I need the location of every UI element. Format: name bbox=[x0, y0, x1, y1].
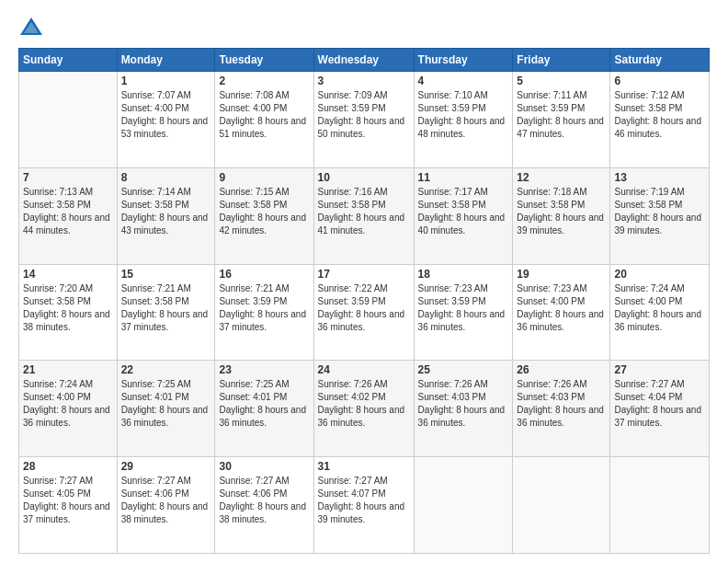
day-cell: 1Sunrise: 7:07 AMSunset: 4:00 PMDaylight… bbox=[117, 72, 215, 168]
header bbox=[18, 15, 710, 40]
day-cell: 3Sunrise: 7:09 AMSunset: 3:59 PMDaylight… bbox=[313, 72, 414, 168]
day-cell bbox=[19, 72, 118, 168]
day-number: 5 bbox=[517, 75, 606, 87]
week-row-2: 14Sunrise: 7:20 AMSunset: 3:58 PMDayligh… bbox=[19, 264, 710, 361]
day-info: Sunrise: 7:27 AMSunset: 4:04 PMDaylight:… bbox=[614, 378, 705, 430]
day-number: 8 bbox=[121, 171, 211, 184]
day-number: 10 bbox=[318, 171, 410, 184]
weekday-header-friday: Friday bbox=[513, 49, 610, 72]
day-info: Sunrise: 7:14 AMSunset: 3:58 PMDaylight:… bbox=[121, 186, 211, 237]
day-cell: 23Sunrise: 7:25 AMSunset: 4:01 PMDayligh… bbox=[215, 361, 313, 457]
weekday-header-sunday: Sunday bbox=[19, 49, 118, 72]
day-number: 29 bbox=[121, 460, 211, 473]
day-info: Sunrise: 7:21 AMSunset: 3:58 PMDaylight:… bbox=[121, 282, 211, 334]
day-number: 9 bbox=[219, 171, 309, 184]
day-info: Sunrise: 7:12 AMSunset: 3:58 PMDaylight:… bbox=[614, 89, 705, 141]
day-cell: 17Sunrise: 7:22 AMSunset: 3:59 PMDayligh… bbox=[313, 264, 414, 361]
day-number: 14 bbox=[23, 268, 113, 281]
day-cell: 11Sunrise: 7:17 AMSunset: 3:58 PMDayligh… bbox=[414, 167, 513, 264]
day-cell: 5Sunrise: 7:11 AMSunset: 3:59 PMDaylight… bbox=[513, 72, 610, 168]
day-number: 25 bbox=[418, 363, 509, 376]
weekday-header-wednesday: Wednesday bbox=[313, 49, 414, 72]
day-cell bbox=[513, 457, 610, 554]
day-number: 1 bbox=[121, 75, 211, 87]
day-cell: 29Sunrise: 7:27 AMSunset: 4:06 PMDayligh… bbox=[117, 457, 215, 554]
weekday-header-thursday: Thursday bbox=[414, 49, 513, 72]
week-row-3: 21Sunrise: 7:24 AMSunset: 4:00 PMDayligh… bbox=[19, 361, 710, 457]
day-cell: 26Sunrise: 7:26 AMSunset: 4:03 PMDayligh… bbox=[513, 361, 610, 457]
day-number: 15 bbox=[121, 268, 211, 281]
day-info: Sunrise: 7:07 AMSunset: 4:00 PMDaylight:… bbox=[121, 89, 211, 141]
week-row-0: 1Sunrise: 7:07 AMSunset: 4:00 PMDaylight… bbox=[19, 72, 710, 168]
day-info: Sunrise: 7:24 AMSunset: 4:00 PMDaylight:… bbox=[23, 378, 113, 430]
day-info: Sunrise: 7:18 AMSunset: 3:58 PMDaylight:… bbox=[517, 186, 606, 237]
day-cell: 14Sunrise: 7:20 AMSunset: 3:58 PMDayligh… bbox=[19, 264, 118, 361]
day-cell: 8Sunrise: 7:14 AMSunset: 3:58 PMDaylight… bbox=[117, 167, 215, 264]
day-info: Sunrise: 7:21 AMSunset: 3:59 PMDaylight:… bbox=[219, 282, 309, 334]
day-cell: 4Sunrise: 7:10 AMSunset: 3:59 PMDaylight… bbox=[414, 72, 513, 168]
day-info: Sunrise: 7:16 AMSunset: 3:58 PMDaylight:… bbox=[318, 186, 410, 237]
day-cell: 24Sunrise: 7:26 AMSunset: 4:02 PMDayligh… bbox=[313, 361, 414, 457]
day-info: Sunrise: 7:26 AMSunset: 4:03 PMDaylight:… bbox=[517, 378, 606, 430]
day-cell bbox=[610, 457, 710, 554]
day-info: Sunrise: 7:17 AMSunset: 3:58 PMDaylight:… bbox=[418, 186, 509, 237]
day-number: 22 bbox=[121, 363, 211, 376]
day-info: Sunrise: 7:25 AMSunset: 4:01 PMDaylight:… bbox=[219, 378, 309, 430]
day-info: Sunrise: 7:27 AMSunset: 4:06 PMDaylight:… bbox=[219, 475, 309, 526]
week-row-4: 28Sunrise: 7:27 AMSunset: 4:05 PMDayligh… bbox=[19, 457, 710, 554]
day-cell: 31Sunrise: 7:27 AMSunset: 4:07 PMDayligh… bbox=[313, 457, 414, 554]
day-cell: 9Sunrise: 7:15 AMSunset: 3:58 PMDaylight… bbox=[215, 167, 313, 264]
weekday-header-tuesday: Tuesday bbox=[215, 49, 313, 72]
weekday-header-monday: Monday bbox=[117, 49, 215, 72]
day-info: Sunrise: 7:24 AMSunset: 4:00 PMDaylight:… bbox=[614, 282, 705, 334]
day-cell: 7Sunrise: 7:13 AMSunset: 3:58 PMDaylight… bbox=[19, 167, 118, 264]
day-number: 31 bbox=[318, 460, 410, 473]
day-cell: 13Sunrise: 7:19 AMSunset: 3:58 PMDayligh… bbox=[610, 167, 710, 264]
day-cell: 19Sunrise: 7:23 AMSunset: 4:00 PMDayligh… bbox=[513, 264, 610, 361]
day-info: Sunrise: 7:13 AMSunset: 3:58 PMDaylight:… bbox=[23, 186, 113, 237]
weekday-header-row: SundayMondayTuesdayWednesdayThursdayFrid… bbox=[19, 49, 710, 72]
calendar-table: SundayMondayTuesdayWednesdayThursdayFrid… bbox=[18, 48, 710, 554]
day-number: 4 bbox=[418, 75, 509, 87]
page: SundayMondayTuesdayWednesdayThursdayFrid… bbox=[0, 0, 728, 563]
day-info: Sunrise: 7:27 AMSunset: 4:05 PMDaylight:… bbox=[23, 475, 113, 526]
day-number: 20 bbox=[614, 268, 705, 281]
day-info: Sunrise: 7:26 AMSunset: 4:02 PMDaylight:… bbox=[318, 378, 410, 430]
day-info: Sunrise: 7:23 AMSunset: 3:59 PMDaylight:… bbox=[418, 282, 509, 334]
day-info: Sunrise: 7:27 AMSunset: 4:06 PMDaylight:… bbox=[121, 475, 211, 526]
day-number: 17 bbox=[318, 268, 410, 281]
day-cell: 16Sunrise: 7:21 AMSunset: 3:59 PMDayligh… bbox=[215, 264, 313, 361]
weekday-header-saturday: Saturday bbox=[610, 49, 710, 72]
day-number: 3 bbox=[318, 75, 410, 87]
day-cell: 15Sunrise: 7:21 AMSunset: 3:58 PMDayligh… bbox=[117, 264, 215, 361]
day-info: Sunrise: 7:26 AMSunset: 4:03 PMDaylight:… bbox=[418, 378, 509, 430]
day-number: 24 bbox=[318, 363, 410, 376]
day-cell: 18Sunrise: 7:23 AMSunset: 3:59 PMDayligh… bbox=[414, 264, 513, 361]
logo-icon bbox=[18, 15, 44, 40]
day-info: Sunrise: 7:23 AMSunset: 4:00 PMDaylight:… bbox=[517, 282, 606, 334]
day-cell: 20Sunrise: 7:24 AMSunset: 4:00 PMDayligh… bbox=[610, 264, 710, 361]
day-number: 16 bbox=[219, 268, 309, 281]
week-row-1: 7Sunrise: 7:13 AMSunset: 3:58 PMDaylight… bbox=[19, 167, 710, 264]
day-number: 7 bbox=[23, 171, 113, 184]
day-cell: 25Sunrise: 7:26 AMSunset: 4:03 PMDayligh… bbox=[414, 361, 513, 457]
day-info: Sunrise: 7:11 AMSunset: 3:59 PMDaylight:… bbox=[517, 89, 606, 141]
day-cell: 6Sunrise: 7:12 AMSunset: 3:58 PMDaylight… bbox=[610, 72, 710, 168]
day-number: 23 bbox=[219, 363, 309, 376]
day-info: Sunrise: 7:22 AMSunset: 3:59 PMDaylight:… bbox=[318, 282, 410, 334]
day-cell: 10Sunrise: 7:16 AMSunset: 3:58 PMDayligh… bbox=[313, 167, 414, 264]
day-info: Sunrise: 7:10 AMSunset: 3:59 PMDaylight:… bbox=[418, 89, 509, 141]
day-cell: 2Sunrise: 7:08 AMSunset: 4:00 PMDaylight… bbox=[215, 72, 313, 168]
day-number: 19 bbox=[517, 268, 606, 281]
day-number: 2 bbox=[219, 75, 309, 87]
day-number: 30 bbox=[219, 460, 309, 473]
day-number: 13 bbox=[614, 171, 705, 184]
day-info: Sunrise: 7:15 AMSunset: 3:58 PMDaylight:… bbox=[219, 186, 309, 237]
day-number: 12 bbox=[517, 171, 606, 184]
day-number: 26 bbox=[517, 363, 606, 376]
logo bbox=[18, 15, 48, 40]
day-cell: 27Sunrise: 7:27 AMSunset: 4:04 PMDayligh… bbox=[610, 361, 710, 457]
day-cell: 21Sunrise: 7:24 AMSunset: 4:00 PMDayligh… bbox=[19, 361, 118, 457]
day-number: 21 bbox=[23, 363, 113, 376]
day-info: Sunrise: 7:20 AMSunset: 3:58 PMDaylight:… bbox=[23, 282, 113, 334]
